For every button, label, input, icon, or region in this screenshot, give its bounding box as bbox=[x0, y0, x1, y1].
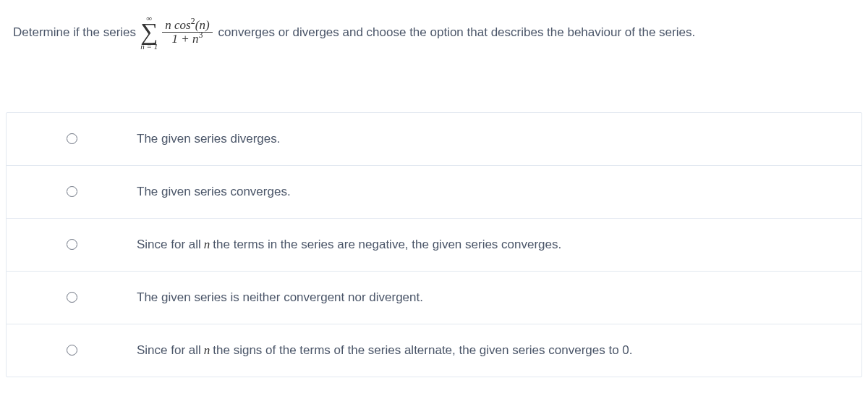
option-row[interactable]: Since for all nthe terms in the series a… bbox=[7, 218, 861, 271]
variable-n: n bbox=[201, 238, 213, 252]
option-row[interactable]: Since for all nthe signs of the terms of… bbox=[7, 324, 861, 377]
option-row[interactable]: The given series converges. bbox=[7, 165, 861, 218]
radio-icon[interactable] bbox=[67, 133, 77, 144]
options-list: The given series diverges. The given ser… bbox=[6, 112, 862, 377]
option-text-part: the signs of the terms of the series alt… bbox=[213, 343, 632, 358]
option-text: The given series converges. bbox=[137, 185, 291, 199]
option-text: Since for all nthe signs of the terms of… bbox=[137, 343, 633, 358]
radio-icon[interactable] bbox=[67, 345, 77, 356]
radio-cell[interactable] bbox=[7, 133, 137, 144]
option-row[interactable]: The given series is neither convergent n… bbox=[7, 271, 861, 324]
summation-expression: ∞ ∑ n = 1 n cos2(n) 1 + n3 bbox=[140, 14, 212, 51]
option-text: The given series is neither convergent n… bbox=[137, 290, 423, 305]
option-text: Since for all nthe terms in the series a… bbox=[137, 238, 561, 252]
sum-lower-limit: n = 1 bbox=[140, 43, 158, 51]
radio-icon[interactable] bbox=[67, 239, 77, 250]
variable-n: n bbox=[201, 343, 213, 358]
fraction-numerator: n cos2(n) bbox=[162, 19, 212, 33]
radio-cell[interactable] bbox=[7, 292, 137, 303]
radio-cell[interactable] bbox=[7, 345, 137, 356]
question-tail: converges or diverges and choose the opt… bbox=[218, 25, 696, 40]
sigma-icon: ∑ bbox=[140, 21, 158, 43]
sigma-block: ∞ ∑ n = 1 bbox=[140, 14, 158, 51]
option-text-part: The given series converges. bbox=[137, 185, 291, 199]
radio-cell[interactable] bbox=[7, 239, 137, 250]
option-text-part: Since for all bbox=[137, 343, 201, 358]
radio-icon[interactable] bbox=[67, 292, 77, 303]
question-lead: Determine if the series bbox=[13, 25, 136, 40]
option-text-part: The given series is neither convergent n… bbox=[137, 290, 423, 305]
question-stem: Determine if the series ∞ ∑ n = 1 n cos2… bbox=[0, 0, 868, 72]
option-text-part: The given series diverges. bbox=[137, 132, 280, 146]
fraction-denominator: 1 + n3 bbox=[169, 33, 205, 46]
option-row[interactable]: The given series diverges. bbox=[7, 113, 861, 165]
option-text-part: the terms in the series are negative, th… bbox=[213, 238, 561, 252]
radio-cell[interactable] bbox=[7, 186, 137, 197]
option-text: The given series diverges. bbox=[137, 132, 280, 146]
radio-icon[interactable] bbox=[67, 186, 77, 197]
fraction: n cos2(n) 1 + n3 bbox=[162, 19, 212, 46]
option-text-part: Since for all bbox=[137, 238, 201, 252]
